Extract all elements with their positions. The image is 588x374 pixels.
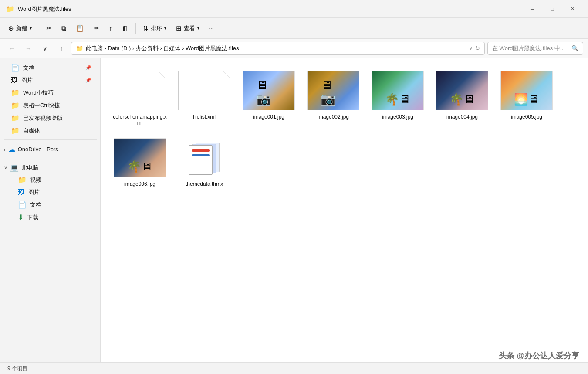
file-name-image001: image001.jpg [253, 114, 284, 120]
sidebar-item-published-videos[interactable]: 📁 已发布视频竖版 [2, 112, 98, 124]
file-name-colorschemamapping: colorschemamapping.xml [113, 114, 167, 126]
sidebar: 📄 文档 📌 🖼 图片 📌 📁 Word小技巧 📁 表格中Ctrl快捷 📁 已发… [0, 58, 101, 362]
forward-button[interactable]: → [21, 41, 35, 55]
sidebar-item-published-videos-label: 已发布视频竖版 [23, 114, 63, 122]
sidebar-section-onedrive[interactable]: › ☁ OneDrive - Pers [0, 143, 100, 155]
file-item-image003[interactable]: image003.jpg [367, 67, 428, 130]
folder-yellow-icon-3: 📁 [11, 114, 20, 122]
rename-icon: ✏ [94, 24, 99, 32]
toolbar-separator-2 [135, 23, 136, 34]
sidebar-item-pictures2-label: 图片 [28, 188, 40, 196]
file-thumb-img004 [436, 71, 488, 110]
share-icon: ↑ [109, 24, 112, 32]
search-box[interactable]: 在 Word图片黑魔法.files 中... 🔍 [487, 42, 583, 55]
close-button[interactable]: ✕ [562, 0, 582, 18]
view-button[interactable]: ⊞ 查看 ▾ [172, 22, 204, 35]
title-bar: 📁 Word图片黑魔法.files ─ □ ✕ [0, 0, 588, 18]
file-item-image002[interactable]: image002.jpg [303, 67, 364, 130]
address-input[interactable]: 📁 此电脑 › Data (D:) › 办公资料 › 自媒体 › Word图片黑… [71, 42, 485, 55]
address-path: 此电脑 › Data (D:) › 办公资料 › 自媒体 › Word图片黑魔法… [86, 44, 466, 52]
toolbar: ⊕ 新建 ▾ ✂ ⧉ 📋 ✏ ↑ 🗑 ⇅ 排序 ▾ ⊞ 查看 ▾ ··· [0, 18, 588, 39]
onedrive-icon: ☁ [8, 145, 15, 153]
sidebar-item-pictures2[interactable]: 🖼 图片 [2, 186, 98, 198]
sidebar-section-this-pc[interactable]: ∨ 💻 此电脑 [0, 161, 100, 173]
address-chevron-icon: ∨ [469, 45, 473, 51]
sidebar-item-downloads-label: 下载 [27, 214, 38, 221]
minimize-button[interactable]: ─ [522, 0, 542, 18]
sidebar-item-docs2[interactable]: 📄 文档 [2, 198, 98, 211]
file-thumb-img001 [243, 71, 295, 110]
delete-button[interactable]: 🗑 [118, 22, 133, 34]
copy-button[interactable]: ⧉ [57, 22, 71, 35]
sidebar-item-table-ctrl[interactable]: 📁 表格中Ctrl快捷 [2, 99, 98, 112]
file-thumb-img006 [114, 138, 166, 177]
file-name-image004: image004.jpg [446, 114, 478, 120]
sidebar-item-self-media-label: 自媒体 [23, 127, 40, 135]
search-icon: 🔍 [571, 45, 578, 51]
theme-page-front [189, 145, 213, 175]
sidebar-item-videos[interactable]: 📁 视频 [2, 173, 98, 186]
file-item-image006[interactable]: image006.jpg [109, 134, 170, 191]
document-icon: 📄 [11, 64, 20, 72]
file-name-image003: image003.jpg [382, 114, 413, 120]
file-name-image002: image002.jpg [318, 114, 349, 120]
content-area: colorschemamapping.xml filelist.xml imag… [101, 58, 588, 362]
sort-button[interactable]: ⇅ 排序 ▾ [139, 22, 171, 35]
file-thumb-xml1 [114, 71, 166, 110]
folder-icon: 📁 [6, 5, 14, 13]
file-name-image006: image006.jpg [124, 181, 155, 187]
expand-nav-button[interactable]: ∨ [38, 41, 52, 55]
share-button[interactable]: ↑ [105, 22, 117, 34]
file-item-colorschemamapping[interactable]: colorschemamapping.xml [109, 67, 170, 130]
sidebar-item-pictures[interactable]: 🖼 图片 📌 [2, 74, 98, 86]
view-label: 查看 [184, 24, 195, 32]
file-thumb-img003 [372, 71, 424, 110]
sidebar-item-self-media[interactable]: 📁 自媒体 [2, 124, 98, 137]
watermark: 头条 @办公达人爱分享 [499, 350, 579, 361]
file-name-image005: image005.jpg [511, 114, 542, 120]
more-button[interactable]: ··· [205, 22, 218, 34]
file-item-image004[interactable]: image004.jpg [432, 67, 493, 130]
cut-button[interactable]: ✂ [42, 22, 56, 35]
file-grid: colorschemamapping.xml filelist.xml imag… [109, 67, 579, 191]
sidebar-divider-1 [4, 139, 97, 140]
onedrive-label: OneDrive - Pers [18, 146, 58, 153]
file-item-themedata[interactable]: themedata.thmx [174, 134, 235, 191]
new-chevron-icon: ▾ [30, 26, 32, 31]
up-button[interactable]: ↑ [54, 41, 68, 55]
expand-chevron-icon: › [4, 147, 6, 152]
file-item-image001[interactable]: image001.jpg [238, 67, 299, 130]
video-folder-icon: 📁 [18, 176, 27, 184]
copy-icon: ⧉ [61, 24, 66, 32]
status-bar: 9 个项目 [0, 362, 588, 374]
file-thumb-img005 [500, 71, 553, 110]
file-item-image005[interactable]: image005.jpg [496, 67, 557, 130]
new-button[interactable]: ⊕ 新建 ▾ [4, 22, 36, 35]
view-icon: ⊞ [176, 24, 182, 32]
window-controls: ─ □ ✕ [522, 0, 582, 18]
paste-icon: 📋 [76, 24, 84, 32]
address-bar: ← → ∨ ↑ 📁 此电脑 › Data (D:) › 办公资料 › 自媒体 ›… [0, 39, 588, 58]
file-item-filelist[interactable]: filelist.xml [174, 67, 235, 130]
toolbar-separator-1 [39, 23, 39, 34]
pin-icon-2: 📌 [85, 78, 91, 83]
sidebar-item-word-tips[interactable]: 📁 Word小技巧 [2, 86, 98, 99]
window-title: Word图片黑魔法.files [18, 5, 522, 13]
sort-icon: ⇅ [143, 24, 149, 32]
sidebar-item-documents-label: 文档 [23, 64, 34, 72]
sort-label: 排序 [151, 24, 162, 32]
file-name-filelist: filelist.xml [193, 114, 216, 120]
this-pc-label: 此电脑 [21, 164, 38, 172]
computer-icon: 💻 [10, 163, 19, 172]
rename-button[interactable]: ✏ [89, 22, 104, 35]
maximize-button[interactable]: □ [542, 0, 562, 18]
sidebar-item-word-tips-label: Word小技巧 [23, 89, 54, 97]
sidebar-item-documents[interactable]: 📄 文档 📌 [2, 61, 98, 74]
sidebar-item-docs2-label: 文档 [30, 201, 41, 209]
sidebar-item-downloads[interactable]: ⬇ 下载 [2, 211, 98, 224]
refresh-icon[interactable]: ↻ [475, 45, 480, 51]
new-icon: ⊕ [8, 24, 14, 32]
paste-button[interactable]: 📋 [71, 22, 88, 35]
back-button[interactable]: ← [5, 41, 19, 55]
view-chevron-icon: ▾ [197, 26, 199, 31]
